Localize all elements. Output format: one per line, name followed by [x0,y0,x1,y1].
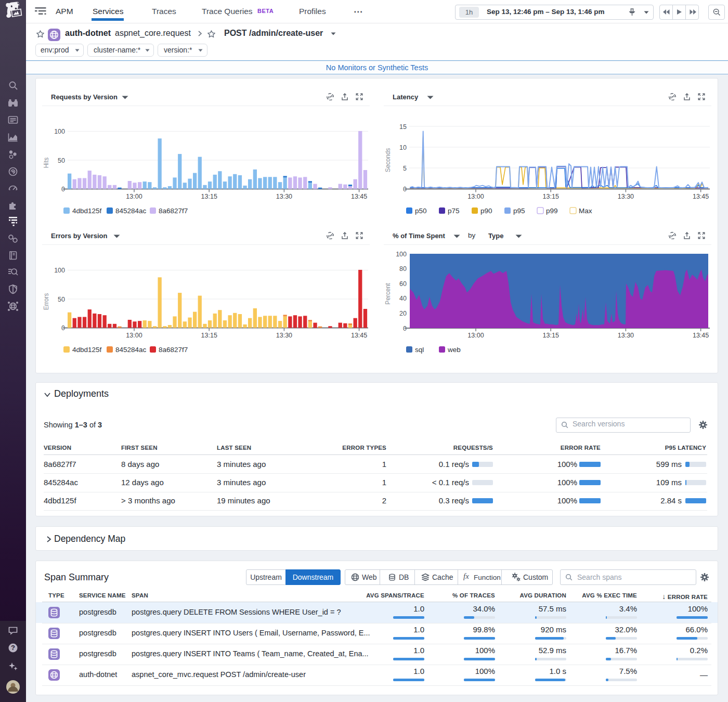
svg-text:p50: p50 [415,207,427,215]
svg-text:845284ac: 845284ac [115,346,147,354]
svg-text:p95: p95 [513,207,525,215]
svg-text:50: 50 [58,157,65,164]
svg-text:100: 100 [54,267,65,274]
svg-text:5: 5 [403,165,407,172]
svg-text:13:15: 13:15 [201,193,217,200]
svg-text:13:30: 13:30 [276,332,292,339]
svg-text:sql: sql [415,346,424,354]
svg-text:13:00: 13:00 [467,332,484,339]
svg-text:8a6827f7: 8a6827f7 [159,207,188,215]
svg-text:4dbd125f: 4dbd125f [72,346,102,354]
svg-text:80: 80 [399,265,407,272]
svg-text:13:15: 13:15 [543,332,559,339]
svg-text:p90: p90 [480,207,492,215]
svg-text:13:30: 13:30 [618,332,634,339]
svg-text:4dbd125f: 4dbd125f [72,207,102,215]
svg-text:Errors: Errors [43,293,50,310]
svg-text:40: 40 [399,295,407,302]
svg-text:13:45: 13:45 [693,332,709,339]
svg-text:20: 20 [399,310,407,317]
svg-text:13:45: 13:45 [351,332,367,339]
svg-text:13:00: 13:00 [467,193,484,200]
svg-text:web: web [447,346,461,354]
svg-text:13:30: 13:30 [276,193,292,200]
svg-text:100: 100 [54,128,65,135]
svg-text:13:00: 13:00 [126,332,142,339]
svg-text:Percent: Percent [384,283,392,305]
svg-text:100: 100 [396,251,407,258]
svg-text:13:15: 13:15 [201,332,217,339]
svg-text:p75: p75 [448,207,460,215]
svg-text:13:15: 13:15 [543,193,559,200]
svg-text:60: 60 [399,280,407,288]
svg-text:13:30: 13:30 [618,193,634,200]
svg-text:8a6827f7: 8a6827f7 [159,346,188,354]
svg-text:10: 10 [399,144,407,151]
svg-text:Seconds: Seconds [384,148,392,173]
svg-text:13:00: 13:00 [126,193,142,200]
svg-text:50: 50 [58,296,65,303]
svg-text:p99: p99 [546,207,558,215]
svg-text:Max: Max [579,207,592,215]
svg-text:Hits: Hits [43,158,50,168]
svg-text:13:45: 13:45 [693,193,709,200]
svg-text:13:45: 13:45 [351,193,367,200]
svg-text:845284ac: 845284ac [115,207,147,215]
svg-text:15: 15 [399,123,407,131]
